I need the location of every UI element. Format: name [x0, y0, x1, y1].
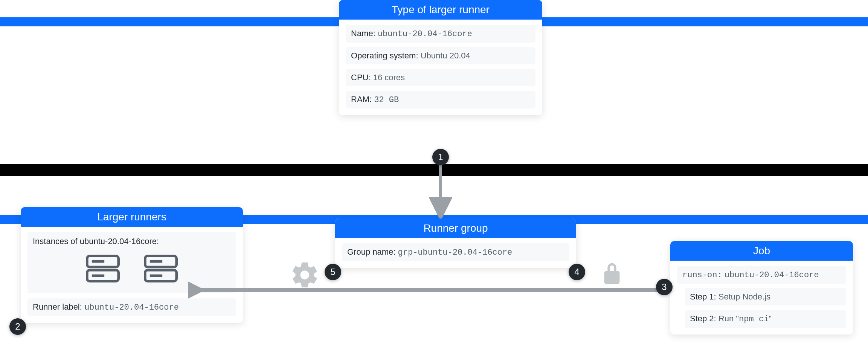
field-label: Step 1:: [690, 292, 716, 301]
runner-group-card: Runner group Group name: grp-ubuntu-20.0…: [335, 218, 576, 268]
field-label: runs-on:: [682, 270, 722, 280]
runner-group-title: Runner group: [335, 218, 576, 238]
field-label: CPU:: [351, 73, 371, 82]
badge-number: 5: [330, 267, 335, 277]
field-value: 32 GB: [374, 95, 399, 105]
server-icon: [142, 252, 180, 286]
runner-type-cpu-field: CPU: 16 cores: [346, 69, 535, 86]
job-step-1-field: Step 1: Setup Node.js: [685, 288, 846, 305]
job-step-2-field: Step 2: Run "npm ci": [685, 310, 846, 328]
job-card: Job runs-on: ubuntu-20.04-16core Step 1:…: [670, 241, 853, 335]
badge-number: 3: [662, 282, 667, 292]
field-value: grp-ubuntu-20.04-16core: [398, 248, 513, 257]
field-label: Name:: [351, 29, 375, 38]
field-value: Setup Node.js: [719, 292, 770, 301]
badge-4: 4: [569, 264, 585, 280]
field-value-pre: Run ": [719, 314, 739, 323]
field-label: Runner label:: [33, 302, 82, 312]
colon: :: [157, 237, 159, 246]
field-value: Ubuntu 20.04: [421, 51, 470, 60]
field-label: Step 2:: [690, 314, 716, 323]
runner-type-ram-field: RAM: 32 GB: [346, 91, 535, 108]
field-label: Instances of: [33, 237, 78, 246]
field-label: Group name:: [347, 247, 395, 257]
badge-number: 2: [15, 321, 20, 332]
field-label: RAM:: [351, 95, 372, 104]
server-icon: [84, 252, 122, 286]
field-value: ubuntu-20.04-16core: [378, 29, 472, 39]
field-label: Operating system:: [351, 51, 418, 60]
badge-number: 4: [574, 267, 579, 277]
larger-runners-card: Larger runners Instances of ubuntu-20.04…: [21, 207, 243, 323]
field-value: 16 cores: [373, 73, 405, 82]
runner-type-title: Type of larger runner: [339, 0, 542, 20]
badge-3: 3: [656, 279, 673, 295]
runner-type-card: Type of larger runner Name: ubuntu-20.04…: [339, 0, 542, 115]
job-title: Job: [670, 241, 853, 261]
larger-runners-title: Larger runners: [21, 207, 243, 227]
field-value-post: ": [769, 314, 772, 323]
field-value: ubuntu-20.04-16core: [80, 237, 157, 246]
arrow-left: [188, 279, 670, 301]
field-value-mono: npm ci: [739, 315, 769, 324]
badge-number: 1: [438, 152, 443, 162]
job-runs-on-field: runs-on: ubuntu-20.04-16core: [677, 266, 846, 284]
field-value: ubuntu-20.04-16core: [84, 303, 179, 312]
runner-type-name-field: Name: ubuntu-20.04-16core: [346, 25, 535, 43]
group-name-field: Group name: grp-ubuntu-20.04-16core: [342, 243, 569, 261]
runner-type-os-field: Operating system: Ubuntu 20.04: [346, 47, 535, 64]
field-value: ubuntu-20.04-16core: [725, 270, 819, 280]
badge-2: 2: [9, 318, 26, 335]
badge-1: 1: [432, 149, 449, 165]
badge-5: 5: [325, 264, 341, 280]
